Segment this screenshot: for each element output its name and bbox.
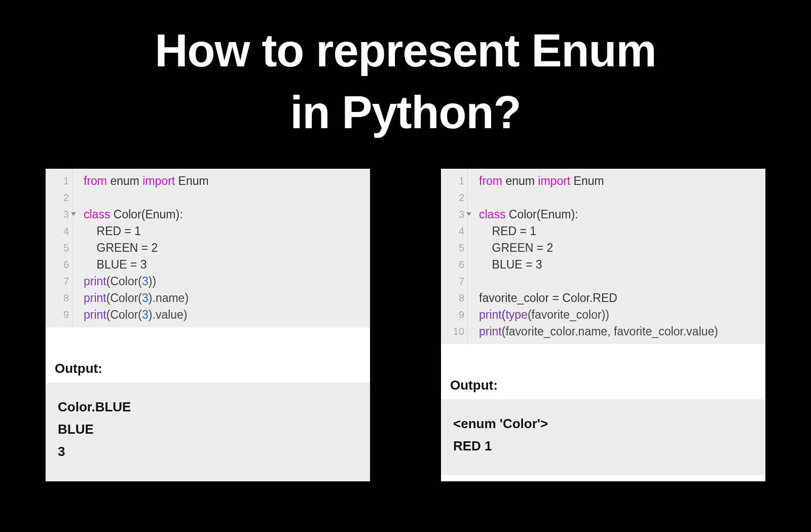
right-code-block: 1 2 3 4 5 6 7 8 9 10 from enum import En… — [441, 169, 765, 344]
code-line — [479, 273, 718, 290]
line-number: 7 — [46, 273, 69, 290]
title-line-1: How to represent Enum — [0, 20, 811, 82]
code-line: class Color(Enum): — [84, 206, 209, 223]
left-code-block: 1 2 3 4 5 6 7 8 9 from enum import Enum … — [46, 169, 370, 327]
code-line: BLUE = 3 — [479, 256, 718, 273]
page-title: How to represent Enum in Python? — [0, 0, 811, 143]
panels-row: 1 2 3 4 5 6 7 8 9 from enum import Enum … — [0, 169, 811, 481]
spacer — [441, 344, 765, 364]
output-line: 3 — [58, 440, 358, 463]
output-line: BLUE — [58, 418, 358, 440]
code-line: print(Color(3).name) — [84, 290, 209, 307]
code-line: print(Color(3)) — [84, 273, 209, 290]
left-panel: 1 2 3 4 5 6 7 8 9 from enum import Enum … — [46, 169, 370, 481]
line-number: 9 — [46, 307, 69, 323]
code-line: from enum import Enum — [84, 173, 209, 189]
line-number: 4 — [46, 223, 69, 240]
code-line: print(type(favorite_color)) — [479, 307, 718, 323]
line-number: 1 — [441, 173, 464, 189]
right-gutter: 1 2 3 4 5 6 7 8 9 10 — [441, 169, 468, 344]
code-line: favorite_color = Color.RED — [479, 290, 718, 307]
output-line: <enum 'Color'> — [453, 412, 753, 435]
left-code: from enum import Enum class Color(Enum):… — [72, 169, 214, 327]
code-line: print(Color(3).value) — [84, 307, 209, 323]
line-number: 8 — [46, 290, 69, 307]
code-line: class Color(Enum): — [479, 206, 718, 223]
line-number: 5 — [46, 240, 69, 256]
line-number: 2 — [46, 189, 69, 206]
line-number: 9 — [441, 307, 464, 323]
line-number: 10 — [441, 323, 464, 340]
code-line: BLUE = 3 — [84, 256, 209, 273]
right-panel: 1 2 3 4 5 6 7 8 9 10 from enum import En… — [441, 169, 765, 481]
right-output-box: <enum 'Color'> RED 1 — [441, 399, 765, 475]
code-line — [84, 189, 209, 206]
line-number: 2 — [441, 189, 464, 206]
line-number: 7 — [441, 273, 464, 290]
code-line: GREEN = 2 — [84, 240, 209, 256]
code-line: RED = 1 — [84, 223, 209, 240]
code-line: GREEN = 2 — [479, 240, 718, 256]
left-gutter: 1 2 3 4 5 6 7 8 9 — [46, 169, 72, 327]
right-code: from enum import Enum class Color(Enum):… — [468, 169, 723, 344]
line-number: 3 — [46, 206, 69, 223]
right-output-label: Output: — [441, 364, 765, 399]
line-number: 8 — [441, 290, 464, 307]
line-number: 6 — [441, 256, 464, 273]
code-line — [479, 189, 718, 206]
line-number: 6 — [46, 256, 69, 273]
title-line-2: in Python? — [0, 82, 811, 144]
left-output-label: Output: — [46, 348, 370, 383]
output-line: Color.BLUE — [58, 396, 358, 418]
code-line: from enum import Enum — [479, 173, 718, 189]
code-line: print(favorite_color.name, favorite_colo… — [479, 323, 718, 340]
code-line: RED = 1 — [479, 223, 718, 240]
output-line: RED 1 — [453, 435, 753, 457]
left-output-box: Color.BLUE BLUE 3 — [46, 383, 370, 481]
line-number: 5 — [441, 240, 464, 256]
spacer — [46, 327, 370, 348]
line-number: 4 — [441, 223, 464, 240]
line-number: 1 — [46, 173, 69, 189]
line-number: 3 — [441, 206, 464, 223]
